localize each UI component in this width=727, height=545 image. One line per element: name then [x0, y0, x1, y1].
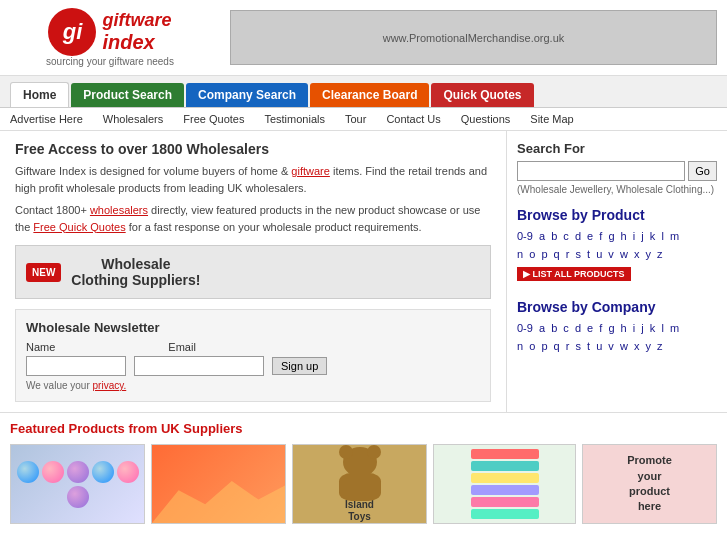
company-alpha-n[interactable]: n — [517, 340, 523, 352]
sub-nav-tour[interactable]: Tour — [345, 113, 366, 125]
product-alpha-j[interactable]: j — [641, 230, 643, 242]
featured-item-4[interactable] — [433, 444, 576, 524]
product-alpha-b[interactable]: b — [551, 230, 557, 242]
company-alpha-a[interactable]: a — [539, 322, 545, 334]
company-alpha-q[interactable]: q — [554, 340, 560, 352]
product-alpha-k[interactable]: k — [650, 230, 656, 242]
product-alpha-p[interactable]: p — [541, 248, 547, 260]
product-alpha-n[interactable]: n — [517, 248, 523, 260]
name-input[interactable] — [26, 356, 126, 376]
company-alpha-b[interactable]: b — [551, 322, 557, 334]
company-alpha-l[interactable]: l — [661, 322, 663, 334]
product-alpha-y[interactable]: y — [646, 248, 652, 260]
company-alpha-y[interactable]: y — [646, 340, 652, 352]
sphere-container — [11, 456, 144, 513]
product-alpha-w[interactable]: w — [620, 248, 628, 260]
company-alpha-v[interactable]: v — [608, 340, 614, 352]
company-alpha-t[interactable]: t — [587, 340, 590, 352]
featured-item-1[interactable] — [10, 444, 145, 524]
wholesale-clothing-box[interactable]: NEW Wholesale Clothing Suppliers! — [15, 245, 491, 299]
logo-brand-italic: index — [102, 31, 154, 53]
main-content: Free Access to over 1800 Wholesalers Gif… — [0, 131, 727, 412]
featured-item-2[interactable] — [151, 444, 286, 524]
product-alpha-m[interactable]: m — [670, 230, 679, 242]
company-alpha-g[interactable]: g — [608, 322, 614, 334]
product-alpha-a[interactable]: a — [539, 230, 545, 242]
featured-title: Featured Products from UK Suppliers — [10, 421, 717, 436]
company-alpha-x[interactable]: x — [634, 340, 640, 352]
list-all-products-button[interactable]: ▶ LIST ALL PRODUCTS — [517, 267, 631, 281]
sphere-blue-2 — [92, 461, 114, 483]
browse-product-title: Browse by Product — [517, 207, 717, 223]
product-alpha-o[interactable]: o — [529, 248, 535, 260]
product-alpha-r[interactable]: r — [566, 248, 570, 260]
product-alpha-v[interactable]: v — [608, 248, 614, 260]
product-alpha-q[interactable]: q — [554, 248, 560, 260]
product-alpha-0-9[interactable]: 0-9 — [517, 230, 533, 242]
sub-nav-free-quotes[interactable]: Free Quotes — [183, 113, 244, 125]
product-alpha-e[interactable]: e — [587, 230, 593, 242]
sub-nav-wholesalers[interactable]: Wholesalers — [103, 113, 164, 125]
company-alpha-0-9[interactable]: 0-9 — [517, 322, 533, 334]
company-alpha-z[interactable]: z — [657, 340, 663, 352]
company-alpha-u[interactable]: u — [596, 340, 602, 352]
product-alpha-h[interactable]: h — [621, 230, 627, 242]
go-button[interactable]: Go — [688, 161, 717, 181]
company-alpha-k[interactable]: k — [650, 322, 656, 334]
product-alpha-g[interactable]: g — [608, 230, 614, 242]
tab-home[interactable]: Home — [10, 82, 69, 107]
promote-box[interactable]: Promote your product here — [582, 444, 717, 524]
free-access-paragraph-1: Giftware Index is designed for volume bu… — [15, 163, 491, 196]
tab-clearance-board[interactable]: Clearance Board — [310, 83, 429, 107]
search-input[interactable] — [517, 161, 685, 181]
company-alpha-m[interactable]: m — [670, 322, 679, 334]
giftware-link[interactable]: giftware — [291, 165, 330, 177]
featured-row: ChannelIslandToys Promote your product h… — [10, 444, 717, 524]
tab-quick-quotes[interactable]: Quick Quotes — [431, 83, 533, 107]
company-alpha-w[interactable]: w — [620, 340, 628, 352]
tab-company-search[interactable]: Company Search — [186, 83, 308, 107]
company-alpha-p[interactable]: p — [541, 340, 547, 352]
sub-nav-advertise[interactable]: Advertise Here — [10, 113, 83, 125]
product-alpha-x[interactable]: x — [634, 248, 640, 260]
company-alpha-r[interactable]: r — [566, 340, 570, 352]
privacy-note: We value your privacy. — [26, 380, 480, 391]
sub-nav-questions[interactable]: Questions — [461, 113, 511, 125]
company-alpha-e[interactable]: e — [587, 322, 593, 334]
company-alpha-row1: 0-9 a b c d e f g h i j k l m — [517, 320, 717, 338]
newsletter-title: Wholesale Newsletter — [26, 320, 480, 335]
company-alpha-j[interactable]: j — [641, 322, 643, 334]
sub-nav-testimonials[interactable]: Testimonials — [264, 113, 325, 125]
sphere-purple — [67, 461, 89, 483]
company-alpha-d[interactable]: d — [575, 322, 581, 334]
featured-item-3[interactable]: ChannelIslandToys — [292, 444, 427, 524]
sub-nav-contact[interactable]: Contact Us — [386, 113, 440, 125]
company-alpha-c[interactable]: c — [563, 322, 569, 334]
product-alpha-d[interactable]: d — [575, 230, 581, 242]
company-alpha-h[interactable]: h — [621, 322, 627, 334]
signup-button[interactable]: Sign up — [272, 357, 327, 375]
company-alpha-o[interactable]: o — [529, 340, 535, 352]
search-for-title: Search For — [517, 141, 717, 156]
banner-ad[interactable]: www.PromotionalMerchandise.org.uk — [230, 10, 717, 65]
product-alpha-f[interactable]: f — [599, 230, 602, 242]
product-alpha-z[interactable]: z — [657, 248, 663, 260]
company-alpha-s[interactable]: s — [575, 340, 581, 352]
privacy-link[interactable]: privacy. — [93, 380, 127, 391]
sub-nav-sitemap[interactable]: Site Map — [530, 113, 573, 125]
promote-text: Promote your product here — [627, 453, 672, 515]
product-alpha-t[interactable]: t — [587, 248, 590, 260]
product-alpha-c[interactable]: c — [563, 230, 569, 242]
free-quick-quotes-link[interactable]: Free Quick Quotes — [33, 221, 125, 233]
company-alpha-i[interactable]: i — [633, 322, 635, 334]
product-alpha-l[interactable]: l — [661, 230, 663, 242]
product-alpha-i[interactable]: i — [633, 230, 635, 242]
company-alpha-f[interactable]: f — [599, 322, 602, 334]
product-alpha-u[interactable]: u — [596, 248, 602, 260]
product-alpha-s[interactable]: s — [575, 248, 581, 260]
tab-product-search[interactable]: Product Search — [71, 83, 184, 107]
email-input[interactable] — [134, 356, 264, 376]
product-alpha-row2: n o p q r s t u v w x y z — [517, 246, 717, 264]
email-label: Email — [168, 341, 196, 353]
wholesalers-link[interactable]: wholesalers — [90, 204, 148, 216]
